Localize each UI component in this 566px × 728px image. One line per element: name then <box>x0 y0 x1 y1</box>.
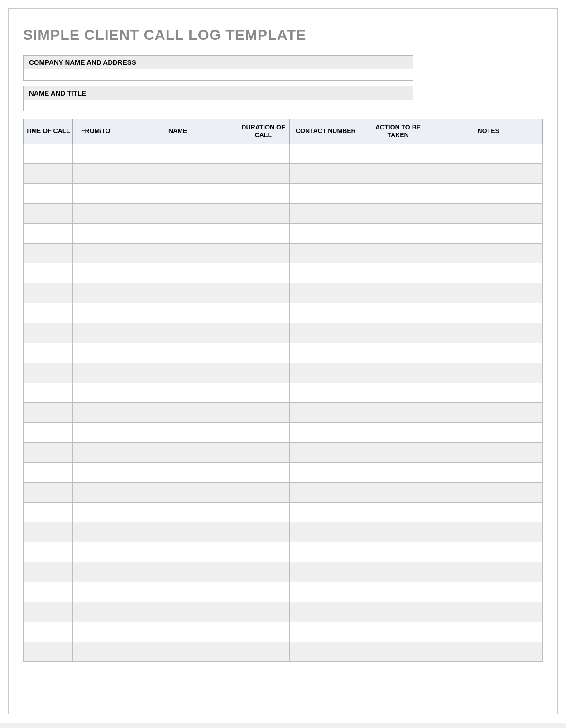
table-cell[interactable] <box>72 263 119 283</box>
table-cell[interactable] <box>72 183 119 203</box>
table-cell[interactable] <box>434 243 543 263</box>
table-cell[interactable] <box>24 462 73 482</box>
table-cell[interactable] <box>24 562 73 582</box>
table-cell[interactable] <box>72 502 119 522</box>
table-cell[interactable] <box>72 363 119 383</box>
table-cell[interactable] <box>362 522 434 542</box>
table-cell[interactable] <box>72 163 119 183</box>
table-cell[interactable] <box>72 243 119 263</box>
table-cell[interactable] <box>119 422 237 442</box>
table-cell[interactable] <box>119 502 237 522</box>
table-cell[interactable] <box>119 323 237 343</box>
table-cell[interactable] <box>434 183 543 203</box>
table-cell[interactable] <box>24 283 73 303</box>
table-cell[interactable] <box>24 343 73 363</box>
table-cell[interactable] <box>434 223 543 243</box>
table-cell[interactable] <box>237 602 289 622</box>
table-cell[interactable] <box>119 263 237 283</box>
table-cell[interactable] <box>119 642 237 661</box>
table-cell[interactable] <box>237 343 289 363</box>
table-cell[interactable] <box>434 402 543 422</box>
table-cell[interactable] <box>237 144 289 163</box>
table-cell[interactable] <box>434 163 543 183</box>
table-cell[interactable] <box>24 263 73 283</box>
table-cell[interactable] <box>24 402 73 422</box>
table-cell[interactable] <box>119 363 237 383</box>
table-cell[interactable] <box>237 442 289 462</box>
table-cell[interactable] <box>237 263 289 283</box>
table-cell[interactable] <box>72 343 119 363</box>
table-cell[interactable] <box>237 223 289 243</box>
table-cell[interactable] <box>362 622 434 642</box>
table-cell[interactable] <box>237 323 289 343</box>
table-cell[interactable] <box>72 402 119 422</box>
table-cell[interactable] <box>24 383 73 402</box>
table-cell[interactable] <box>289 343 362 363</box>
table-cell[interactable] <box>72 462 119 482</box>
table-cell[interactable] <box>24 642 73 661</box>
name-title-input[interactable] <box>24 100 413 111</box>
table-cell[interactable] <box>119 383 237 402</box>
table-cell[interactable] <box>434 363 543 383</box>
table-cell[interactable] <box>119 183 237 203</box>
table-cell[interactable] <box>72 602 119 622</box>
table-cell[interactable] <box>289 442 362 462</box>
table-cell[interactable] <box>362 343 434 363</box>
table-cell[interactable] <box>362 144 434 163</box>
table-cell[interactable] <box>289 402 362 422</box>
table-cell[interactable] <box>362 482 434 502</box>
table-cell[interactable] <box>362 542 434 562</box>
table-cell[interactable] <box>289 283 362 303</box>
table-cell[interactable] <box>362 602 434 622</box>
table-cell[interactable] <box>72 422 119 442</box>
table-cell[interactable] <box>24 602 73 622</box>
table-cell[interactable] <box>72 323 119 343</box>
table-cell[interactable] <box>434 562 543 582</box>
table-cell[interactable] <box>362 283 434 303</box>
table-cell[interactable] <box>72 642 119 661</box>
table-cell[interactable] <box>289 562 362 582</box>
table-cell[interactable] <box>237 482 289 502</box>
table-cell[interactable] <box>24 522 73 542</box>
table-cell[interactable] <box>362 223 434 243</box>
table-cell[interactable] <box>289 622 362 642</box>
table-cell[interactable] <box>434 462 543 482</box>
table-cell[interactable] <box>119 203 237 223</box>
table-cell[interactable] <box>434 263 543 283</box>
table-cell[interactable] <box>24 163 73 183</box>
table-cell[interactable] <box>237 622 289 642</box>
table-cell[interactable] <box>237 642 289 661</box>
table-cell[interactable] <box>72 522 119 542</box>
table-cell[interactable] <box>289 223 362 243</box>
table-cell[interactable] <box>289 144 362 163</box>
table-cell[interactable] <box>362 183 434 203</box>
table-cell[interactable] <box>362 562 434 582</box>
table-cell[interactable] <box>237 522 289 542</box>
table-cell[interactable] <box>434 323 543 343</box>
table-cell[interactable] <box>237 562 289 582</box>
table-cell[interactable] <box>434 203 543 223</box>
table-cell[interactable] <box>72 223 119 243</box>
table-cell[interactable] <box>72 283 119 303</box>
table-cell[interactable] <box>289 602 362 622</box>
table-cell[interactable] <box>24 542 73 562</box>
table-cell[interactable] <box>72 303 119 323</box>
table-cell[interactable] <box>434 502 543 522</box>
table-cell[interactable] <box>289 422 362 442</box>
table-cell[interactable] <box>289 203 362 223</box>
table-cell[interactable] <box>119 223 237 243</box>
table-cell[interactable] <box>434 482 543 502</box>
table-cell[interactable] <box>362 243 434 263</box>
table-cell[interactable] <box>362 163 434 183</box>
table-cell[interactable] <box>119 582 237 602</box>
table-cell[interactable] <box>362 203 434 223</box>
table-cell[interactable] <box>289 383 362 402</box>
table-cell[interactable] <box>237 183 289 203</box>
table-cell[interactable] <box>362 323 434 343</box>
table-cell[interactable] <box>72 542 119 562</box>
table-cell[interactable] <box>237 542 289 562</box>
table-cell[interactable] <box>24 223 73 243</box>
table-cell[interactable] <box>24 203 73 223</box>
table-cell[interactable] <box>237 203 289 223</box>
table-cell[interactable] <box>72 442 119 462</box>
